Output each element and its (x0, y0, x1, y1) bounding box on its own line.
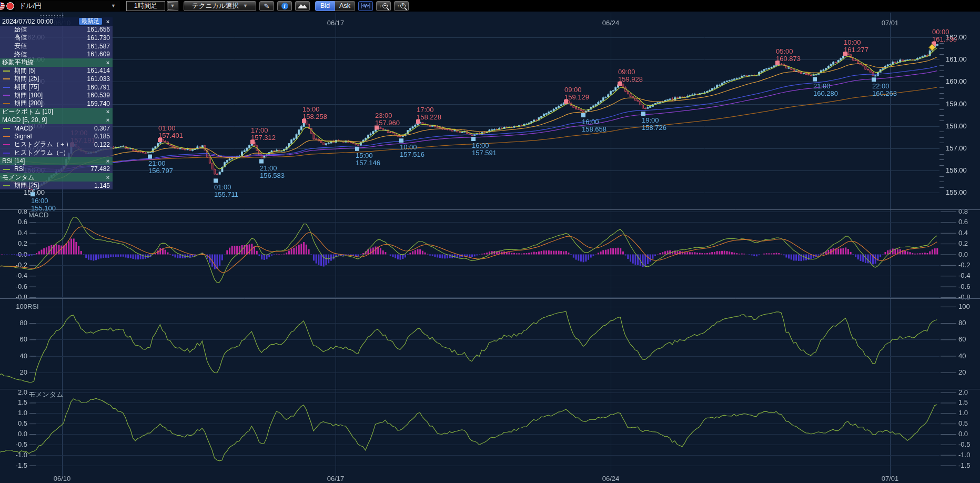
panel-section-label: RSI [14] (2, 157, 105, 165)
panel-section-label: 2024/07/02 00:00 (2, 18, 79, 25)
panel-row: ヒストグラム（＋）0.122 (0, 140, 113, 149)
panel-row-value: 161.033 (87, 75, 110, 83)
panel-row: MACD0.307 (0, 124, 113, 133)
indicator-data-panel: 2024/07/02 00:00最新足×始値161.656高値161.730安値… (0, 17, 113, 189)
panel-row-value: 0.122 (94, 141, 110, 148)
panel-row-value: 161.656 (87, 26, 110, 33)
series-color-dash (3, 95, 10, 96)
panel-row-label: 期間 [100] (14, 91, 87, 100)
panel-row: Signal0.185 (0, 132, 113, 140)
pair-select-dropdown[interactable]: ドル/円 ▼ (15, 1, 120, 11)
panel-row: RSI77.482 (0, 165, 113, 174)
panel-section-header[interactable]: 移動平均線× (0, 58, 113, 67)
series-color-dash (3, 153, 10, 154)
ask-button[interactable]: Ask (335, 1, 355, 11)
pair-label: ドル/円 (19, 1, 111, 11)
panel-section-header[interactable]: RSI [14]× (0, 157, 113, 165)
panel-row: 期間 [25]1.145 (0, 182, 113, 190)
panel-row-label: 期間 [5] (14, 66, 87, 75)
panel-row-label: 期間 [25] (14, 181, 94, 190)
japan-flag-icon (6, 2, 14, 10)
zoom-in-button[interactable]: ↑ + (394, 1, 409, 11)
panel-row-label: ヒストグラム（−） (14, 148, 110, 157)
panel-row-label: 期間 [25] (14, 74, 87, 83)
series-color-dash (3, 78, 10, 79)
panel-row-value: 0.307 (94, 125, 110, 132)
panel-row-label: 高値 (14, 33, 87, 42)
timeframe-label: 1時間足 (134, 2, 157, 11)
info-icon: i (281, 3, 288, 9)
momentum-pane-title: モメンタム (28, 390, 64, 399)
panel-row-label: MACD (14, 125, 94, 132)
panel-row-label: RSI (14, 165, 90, 173)
magnifier-minus-icon: ↓ − (379, 3, 388, 8)
macd-pane-title: MACD (28, 211, 48, 219)
close-icon[interactable]: × (105, 117, 111, 123)
panel-row-label: 期間 [75] (14, 83, 87, 92)
panel-row: ヒストグラム（−） (0, 149, 113, 157)
chevron-down-icon: ▼ (111, 3, 116, 8)
panel-section-label: MACD [5, 20, 9] (2, 116, 105, 124)
toolbar: ドル/円 ▼ 1時間足 ▼ テクニカル選択 ▼ ✎ i Bid Ask ↓ − (0, 0, 980, 12)
series-color-dash (3, 144, 10, 145)
panel-row: 終値161.609 (0, 50, 113, 58)
close-icon[interactable]: × (105, 174, 111, 180)
chart-style-button[interactable] (295, 1, 310, 11)
panel-row-label: ヒストグラム（＋） (14, 140, 94, 149)
close-icon[interactable]: × (105, 158, 111, 164)
panel-row-value: 160.791 (87, 84, 110, 91)
close-icon[interactable]: × (105, 59, 111, 66)
series-color-dash (3, 71, 10, 72)
panel-row-value: 161.414 (87, 67, 110, 74)
series-color-dash (3, 185, 10, 186)
panel-row-label: 始値 (14, 25, 87, 34)
panel-section-header[interactable]: モメンタム× (0, 173, 113, 182)
series-color-dash (3, 87, 10, 88)
panel-row: 安値161.587 (0, 42, 113, 51)
close-icon[interactable]: × (105, 108, 111, 115)
panel-row-label: 期間 [200] (14, 99, 87, 108)
timeframe-display[interactable]: 1時間足 (126, 1, 165, 11)
panel-row-value: 161.730 (87, 34, 110, 42)
panel-section-label: ピークボトム [10] (2, 108, 105, 116)
pencil-icon: ✎ (264, 2, 270, 10)
bid-ask-toggle: Bid Ask (315, 1, 355, 11)
panel-row-value: 0.185 (94, 133, 110, 140)
series-color-dash (3, 128, 10, 129)
technical-select-label: テクニカル選択 (192, 2, 239, 11)
panel-row-value: 159.740 (87, 100, 110, 107)
price-chart-canvas[interactable] (0, 0, 980, 483)
magnifier-plus-icon: ↑ + (397, 3, 406, 8)
tick-chart-button[interactable] (358, 1, 373, 11)
tick-chart-icon (361, 3, 370, 9)
panel-row-value: 1.145 (94, 182, 110, 189)
series-color-dash (3, 169, 10, 170)
panel-row-value: 161.609 (87, 51, 110, 58)
panel-row: 高値161.730 (0, 34, 113, 42)
zoom-out-button[interactable]: ↓ − (376, 1, 391, 11)
timeframe-dropdown-button[interactable]: ▼ (167, 1, 178, 11)
panel-section-label: 移動平均線 (2, 58, 105, 67)
panel-row: 期間 [200]159.740 (0, 99, 113, 108)
technical-select-button[interactable]: テクニカル選択 ▼ (184, 1, 256, 11)
series-color-dash (3, 136, 10, 137)
bid-button[interactable]: Bid (315, 1, 335, 11)
draw-tool-button[interactable]: ✎ (259, 1, 274, 11)
rsi-pane-title: RSI (27, 303, 39, 310)
panel-section-label: モメンタム (2, 173, 105, 182)
panel-section-header[interactable]: ピークボトム [10]× (0, 108, 113, 116)
panel-drag-handle[interactable] (40, 15, 65, 17)
currency-pair-flags (0, 2, 15, 10)
chevron-down-icon: ▼ (170, 3, 175, 8)
panel-row-value: 77.482 (90, 165, 110, 173)
info-button[interactable]: i (277, 1, 292, 11)
panel-section-header[interactable]: MACD [5, 20, 9]× (0, 116, 113, 124)
latest-candle-button[interactable]: 最新足 (79, 18, 103, 25)
mountain-icon (297, 3, 308, 9)
us-flag-icon (0, 2, 5, 10)
close-icon[interactable]: × (105, 18, 111, 25)
panel-row-label: Signal (14, 133, 94, 140)
panel-section-header[interactable]: 2024/07/02 00:00最新足× (0, 17, 113, 26)
chevron-down-icon: ▼ (243, 3, 248, 8)
series-color-dash (3, 103, 10, 104)
